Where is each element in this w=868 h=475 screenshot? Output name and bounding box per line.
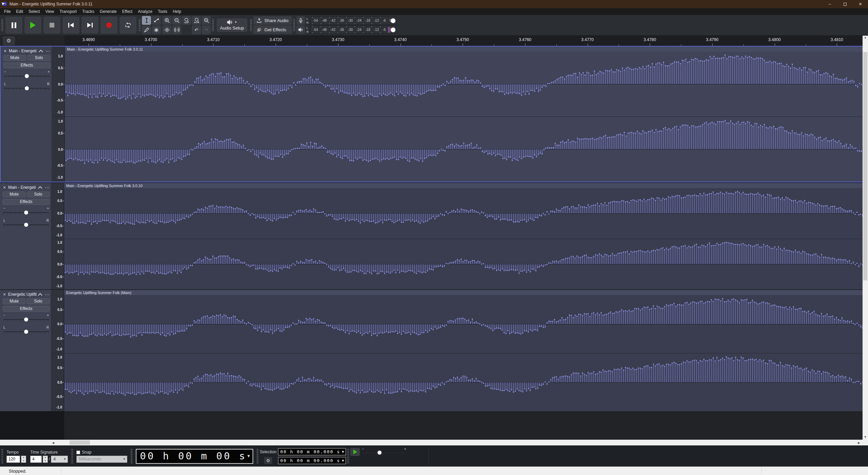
playback-meter[interactable]: LR -54-48-42-36-30-24-18-12-60 (296, 25, 397, 34)
vertical-scroll-thumb[interactable] (863, 52, 867, 280)
trim-audio-button[interactable] (162, 25, 171, 34)
recording-meter-scale[interactable]: -54-48-42-36-30-24-18-12-60 (310, 16, 396, 25)
menu-tools[interactable]: Tools (155, 8, 170, 15)
spin-up-icon[interactable]: ▲ (43, 456, 48, 459)
audio-setup-grip[interactable] (212, 19, 214, 32)
effects-button[interactable]: Effects (3, 306, 50, 312)
multi-tool-button[interactable] (152, 25, 161, 34)
waveform-channel-left[interactable] (64, 295, 868, 353)
playback-speed-slider[interactable]: − + (362, 447, 406, 457)
redo-button[interactable]: ↷ (202, 25, 211, 34)
time-signature-upper-input[interactable]: 4 (30, 456, 42, 463)
minimize-button[interactable]: – (822, 0, 837, 8)
spin-down-icon[interactable]: ▼ (21, 459, 26, 462)
time-signature-lower-select[interactable]: 4▼ (51, 456, 68, 463)
mute-button[interactable]: Mute (3, 55, 26, 61)
audio-position-display[interactable]: 00 h 00 m 00 s▼ (136, 449, 253, 464)
vertical-ruler[interactable]: 1.00.50.0-0.5-1.0 (51, 188, 64, 239)
track-title[interactable]: Main - Energeti (8, 185, 38, 190)
snap-checkbox[interactable] (76, 451, 80, 454)
vertical-ruler[interactable]: 1.00.50.0-0.5-1.0 (51, 295, 64, 353)
snap-mode-select[interactable]: Milliseconds▼ (76, 456, 127, 463)
tempo-input[interactable]: 120 (6, 456, 20, 463)
pan-slider[interactable]: L R (4, 82, 50, 94)
stop-button[interactable] (43, 17, 60, 34)
close-track-button[interactable]: × (2, 292, 7, 297)
vertical-ruler[interactable]: 1.00.50.0-0.5-1.0 (52, 117, 65, 182)
selection-start-field[interactable]: 00 h 00 m 00.000 s▼ (278, 448, 346, 455)
snap-grip[interactable] (71, 449, 73, 464)
play-button[interactable] (24, 17, 41, 34)
gain-slider-thumb[interactable] (24, 211, 28, 215)
maximize-button[interactable] (837, 0, 853, 8)
selection-tool-button[interactable] (142, 16, 151, 25)
recording-meter[interactable]: LR -54-48-42-36-30-24-18-12-60 (296, 16, 397, 25)
gain-slider-thumb[interactable] (24, 317, 28, 322)
vertical-scrollbar-top-arrow[interactable]: ▲ (863, 36, 868, 46)
menu-edit[interactable]: Edit (13, 8, 26, 15)
menu-analyze[interactable]: Analyze (135, 8, 155, 15)
time-signature-spinner[interactable]: ▲▼ (43, 456, 48, 463)
menu-transport[interactable]: Transport (57, 8, 79, 15)
time-signature-grip[interactable] (1, 449, 3, 464)
skip-to-end-button[interactable] (81, 17, 98, 34)
scroll-right-arrow[interactable]: ► (856, 440, 862, 445)
envelope-tool-button[interactable] (152, 16, 161, 25)
spin-up-icon[interactable]: ▲ (21, 456, 26, 459)
gain-slider[interactable]: − + (3, 313, 49, 325)
loop-button[interactable] (119, 17, 136, 34)
gain-slider-thumb[interactable] (25, 74, 29, 78)
track-1-control-panel[interactable]: × Main - Energeti ⋯ Mute Solo Effects − … (1, 47, 52, 182)
meter-toolbar-grip[interactable] (293, 19, 295, 32)
clip-header[interactable]: Main - Energetic Uplifting Summer Folk 3… (65, 47, 867, 52)
horizontal-scroll-thumb[interactable] (70, 440, 90, 445)
track-title[interactable]: Energetic Uplifti (8, 292, 38, 297)
undo-button[interactable]: ↶ (192, 25, 201, 34)
scroll-down-arrow[interactable]: ▼ (863, 434, 868, 440)
zoom-toggle-button[interactable] (202, 16, 211, 25)
menu-generate[interactable]: Generate (97, 8, 119, 15)
vertical-ruler[interactable]: 1.00.50.0-0.5-1.0 (51, 239, 64, 290)
solo-button[interactable]: Solo (27, 298, 50, 304)
collapse-track-icon[interactable] (38, 186, 42, 190)
waveform-channel-right[interactable] (65, 117, 867, 182)
mute-button[interactable]: Mute (3, 298, 25, 304)
tempo-spinner[interactable]: ▲▼ (21, 456, 26, 463)
skip-to-start-button[interactable] (62, 17, 79, 34)
effects-button[interactable]: Effects (3, 199, 50, 205)
waveform-channel-left[interactable] (64, 188, 868, 239)
collapse-track-icon[interactable] (39, 50, 43, 54)
pan-slider-thumb[interactable] (25, 86, 29, 90)
zoom-in-button[interactable] (162, 16, 171, 25)
pan-slider[interactable]: L R (3, 219, 49, 230)
fit-project-button[interactable] (192, 16, 201, 25)
menu-select[interactable]: Select (26, 8, 42, 15)
share-audio-button[interactable]: Share Audio (253, 16, 292, 25)
menu-effect[interactable]: Effect (119, 8, 135, 15)
close-track-button[interactable]: × (3, 48, 7, 54)
playback-meter-knob[interactable] (391, 28, 395, 32)
recording-meter-knob[interactable] (391, 18, 395, 23)
clip-header[interactable]: Energetic Uplifting Summer Folk (Main) ⋯ (64, 290, 868, 295)
playback-meter-speaker-button[interactable] (296, 25, 305, 34)
pan-slider-thumb[interactable] (24, 330, 28, 334)
effects-button[interactable]: Effects (3, 62, 50, 68)
speed-slider-thumb[interactable] (377, 451, 382, 455)
scroll-left-arrow[interactable]: ◄ (50, 440, 56, 445)
play-at-speed-grip[interactable] (347, 449, 349, 464)
waveform-channel-right[interactable] (64, 353, 868, 412)
close-button[interactable]: ✕ (853, 0, 868, 8)
empty-track-area[interactable] (0, 411, 868, 440)
audio-setup-button[interactable]: ▼ Audio Setup (217, 18, 247, 32)
gain-slider[interactable]: − + (4, 70, 50, 81)
horizontal-scrollbar[interactable]: ◄ ► (0, 440, 868, 445)
pause-button[interactable] (5, 17, 22, 34)
waveform-channel-left[interactable] (65, 52, 867, 116)
track-2-control-panel[interactable]: × Main - Energeti ⋯ Mute Solo Effects − … (0, 183, 51, 289)
menu-tracks[interactable]: Tracks (79, 8, 97, 15)
timeline-options-gear-button[interactable]: ⚙ (3, 36, 15, 45)
clip-title[interactable]: Main - Energetic Uplifting Summer Folk 3… (66, 184, 862, 188)
gain-slider[interactable]: − + (3, 206, 49, 218)
track-3-control-panel[interactable]: × Energetic Uplifti ⋯ Mute Solo Effects … (0, 290, 51, 411)
selection-options-gear-button[interactable]: ⚙ (264, 457, 272, 464)
